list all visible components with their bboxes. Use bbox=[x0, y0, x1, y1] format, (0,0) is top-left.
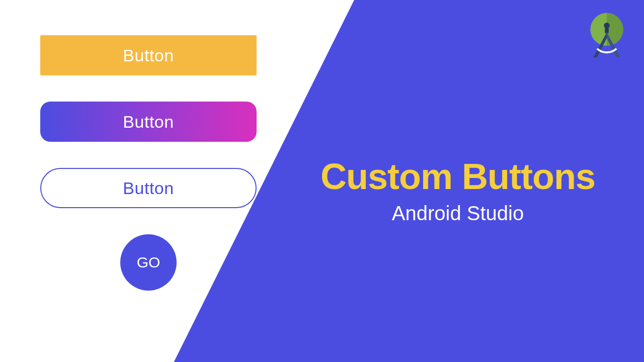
outline-button-label: Button bbox=[123, 178, 174, 198]
flat-button-label: Button bbox=[123, 46, 174, 65]
android-studio-logo-icon bbox=[583, 11, 631, 59]
gradient-button[interactable]: Button bbox=[40, 102, 257, 142]
button-showcase-column: Button Button Button GO bbox=[40, 35, 257, 291]
hero-title-block: Custom Buttons Android Studio bbox=[292, 156, 624, 225]
hero-title: Custom Buttons bbox=[292, 156, 624, 197]
gradient-button-label: Button bbox=[123, 112, 174, 132]
outline-button[interactable]: Button bbox=[40, 168, 257, 208]
circle-button-label: GO bbox=[137, 254, 160, 271]
flat-button[interactable]: Button bbox=[40, 35, 257, 75]
circle-go-button[interactable]: GO bbox=[120, 234, 177, 291]
hero-subtitle: Android Studio bbox=[292, 202, 624, 225]
